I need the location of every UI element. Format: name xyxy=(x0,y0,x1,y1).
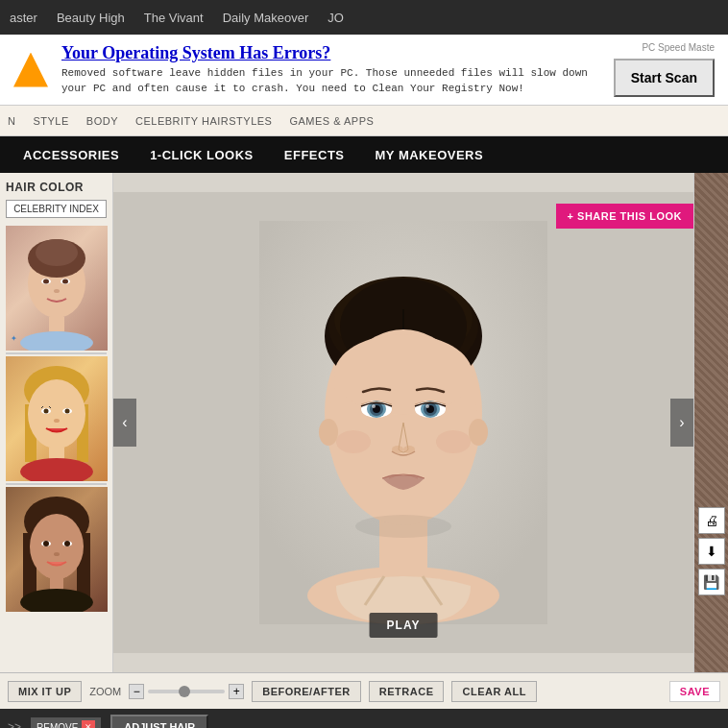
subnav-celebrity-hairstyles[interactable]: CELEBRITY HAIRSTYLES xyxy=(135,115,272,127)
right-arrow-icon: › xyxy=(679,414,684,431)
hair-color-label: HAIR COLOR xyxy=(6,181,107,194)
bottom-bar: >> REMOVE ✕ ADJUST HAIR xyxy=(0,709,728,728)
svg-point-9 xyxy=(20,331,93,351)
nav-item-the-vivant[interactable]: The Vivant xyxy=(144,11,204,25)
svg-point-32 xyxy=(43,541,49,546)
divider-1 xyxy=(6,352,107,354)
nav-item-beauty-high[interactable]: Beauty High xyxy=(57,11,125,25)
nav-accessories[interactable]: ACCESSORIES xyxy=(8,136,134,173)
divider-2 xyxy=(6,483,107,485)
zoom-label: ZOOM xyxy=(89,686,121,697)
svg-point-22 xyxy=(54,419,60,423)
svg-point-33 xyxy=(64,541,70,546)
svg-point-29 xyxy=(30,514,84,579)
svg-point-7 xyxy=(54,289,60,293)
svg-point-63 xyxy=(436,430,471,453)
svg-point-65 xyxy=(469,419,488,446)
svg-point-5 xyxy=(43,279,49,284)
subnav-n[interactable]: N xyxy=(8,115,15,127)
remove-x-icon[interactable]: ✕ xyxy=(82,720,95,728)
main-navigation: ACCESSORIES 1-CLICK LOOKS EFFECTS MY MAK… xyxy=(0,136,728,173)
svg-point-59 xyxy=(425,404,429,408)
sub-navigation: N STYLE BODY CELEBRITY HAIRSTYLES GAMES … xyxy=(0,106,728,136)
svg-point-15 xyxy=(28,379,85,449)
print-icon: 🖨 xyxy=(705,513,718,528)
ad-body: Removed software leave hidden files in y… xyxy=(61,66,600,96)
before-after-button[interactable]: BEFORE/AFTER xyxy=(252,681,361,702)
retrace-button[interactable]: RETRACE xyxy=(369,681,445,702)
play-button[interactable]: PLAY xyxy=(370,613,438,638)
print-button[interactable]: 🖨 xyxy=(698,507,725,534)
svg-point-34 xyxy=(54,552,60,556)
svg-point-54 xyxy=(372,404,376,408)
arrows-icon: >> xyxy=(8,720,21,728)
celebrity-index-button[interactable]: CELEBRITY INDEX xyxy=(6,200,107,218)
main-canvas: + SHARE THIS LOOK ‹ xyxy=(113,173,693,672)
svg-point-2 xyxy=(36,239,78,266)
nav-my-makeovers[interactable]: MY MAKEOVERS xyxy=(360,136,499,173)
canvas-background: + SHARE THIS LOOK ‹ xyxy=(113,192,693,653)
zoom-track[interactable] xyxy=(148,690,225,693)
nav-item-jo[interactable]: JO xyxy=(328,11,344,25)
body-layout: HAIR COLOR CELEBRITY INDEX xyxy=(0,173,728,672)
face-illustration xyxy=(259,221,547,624)
share-button[interactable]: + SHARE THIS LOOK xyxy=(556,204,693,229)
download-icon: ⬇ xyxy=(706,544,717,559)
bottom-toolbar: MIX IT UP ZOOM − + BEFORE/AFTER RETRACE … xyxy=(0,672,728,709)
zoom-thumb[interactable] xyxy=(179,686,190,697)
zoom-plus-button[interactable]: + xyxy=(229,684,244,699)
pc-speed-text: PC Speed Maste xyxy=(642,42,715,53)
svg-point-19 xyxy=(65,409,70,414)
top-navigation: aster Beauty High The Vivant Daily Makeo… xyxy=(0,0,728,35)
save-panel-button[interactable]: 💾 xyxy=(698,569,725,595)
zoom-slider[interactable]: − + xyxy=(129,684,244,699)
nav-effects[interactable]: EFFECTS xyxy=(269,136,360,173)
celeb-photo-3[interactable] xyxy=(6,487,108,612)
svg-text:✦: ✦ xyxy=(11,334,17,343)
clear-all-button[interactable]: CLEAR ALL xyxy=(451,681,536,702)
subnav-games-apps[interactable]: GAMES & APPS xyxy=(289,115,374,127)
ad-banner: Your Operating System Has Errors? Remove… xyxy=(0,35,728,106)
remove-label: REMOVE xyxy=(36,722,78,729)
download-button[interactable]: ⬇ xyxy=(698,538,725,565)
sidebar: HAIR COLOR CELEBRITY INDEX xyxy=(0,173,113,672)
ad-text-content: Your Operating System Has Errors? Remove… xyxy=(61,43,600,96)
celeb-photo-2[interactable] xyxy=(6,356,108,481)
nav-arrow-right[interactable]: › xyxy=(670,399,693,447)
svg-point-18 xyxy=(44,409,49,414)
start-scan-button[interactable]: Start Scan xyxy=(614,59,715,97)
save-icon: 💾 xyxy=(703,574,719,590)
subnav-body[interactable]: BODY xyxy=(86,115,118,127)
remove-button[interactable]: REMOVE ✕ xyxy=(31,717,101,728)
adjust-hair-button[interactable]: ADJUST HAIR xyxy=(110,715,208,728)
ad-title[interactable]: Your Operating System Has Errors? xyxy=(61,43,600,63)
celeb-photo-1[interactable]: ✦ xyxy=(6,226,108,351)
mix-it-up-button[interactable]: MIX IT UP xyxy=(8,681,82,702)
nav-item-aster[interactable]: aster xyxy=(10,11,37,25)
warning-icon xyxy=(13,53,48,87)
svg-point-62 xyxy=(336,430,371,453)
save-button[interactable]: SAVE xyxy=(669,681,720,702)
nav-item-daily-makeover[interactable]: Daily Makeover xyxy=(223,11,309,25)
nav-1-click-looks[interactable]: 1-CLICK LOOKS xyxy=(134,136,269,173)
subnav-style[interactable]: STYLE xyxy=(33,115,68,127)
zoom-minus-button[interactable]: − xyxy=(129,684,144,699)
svg-point-66 xyxy=(355,515,451,538)
svg-point-64 xyxy=(319,419,338,446)
right-panel: 🖨 ⬇ 💾 xyxy=(693,173,728,672)
left-arrow-icon: ‹ xyxy=(122,414,127,431)
svg-rect-8 xyxy=(49,317,64,331)
nav-arrow-left[interactable]: ‹ xyxy=(113,399,136,447)
svg-point-49 xyxy=(334,334,473,415)
ad-right-side: PC Speed Maste Start Scan xyxy=(614,42,715,97)
svg-point-6 xyxy=(62,279,68,284)
